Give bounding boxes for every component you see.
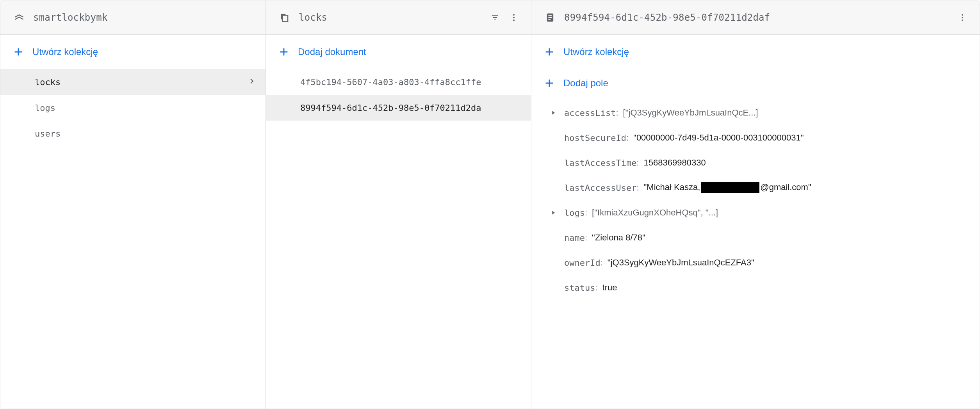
- svg-point-0: [513, 14, 515, 16]
- field-hostSecureId[interactable]: hostSecureId: "00000000-7d49-5d1a-0000-0…: [531, 125, 980, 150]
- more-menu-button[interactable]: [506, 10, 522, 25]
- documents-list: 4f5bc194-5607-4a03-a803-4ffa8cc1ffe 8994…: [266, 69, 531, 409]
- field-key: name: [564, 233, 585, 243]
- document-panel: 8994f594-6d1c-452b-98e5-0f70211d2daf Utw…: [531, 0, 980, 409]
- svg-point-1: [513, 17, 515, 18]
- redacted-block: [701, 182, 759, 193]
- add-field-button[interactable]: Dodaj pole: [531, 69, 980, 97]
- collection-item-locks[interactable]: locks: [0, 69, 265, 95]
- firestore-data-viewer: smartlockbymk Utwórz kolekcję locks logs…: [0, 0, 980, 409]
- home-icon: [13, 11, 25, 24]
- svg-point-9: [962, 20, 963, 21]
- expand-arrow-icon[interactable]: [549, 208, 558, 217]
- add-document-label: Dodaj dokument: [298, 46, 366, 57]
- field-status[interactable]: status: true: [531, 275, 980, 300]
- field-key: status: [564, 283, 595, 293]
- field-value: "jQ3SygKyWeeYbJmLsuaInQcEZFA3": [608, 258, 754, 268]
- expand-arrow-icon[interactable]: [549, 108, 558, 117]
- field-value-post: @gmail.com": [760, 182, 811, 192]
- more-menu-button[interactable]: [955, 10, 970, 25]
- filter-button[interactable]: [487, 10, 503, 25]
- field-key: lastAccessUser: [564, 183, 636, 193]
- fields-list: accessList: ["jQ3SygKyWeeYbJmLsuaInQcE..…: [531, 97, 980, 409]
- collection-item-users[interactable]: users: [0, 121, 265, 146]
- collections-panel: smartlockbymk Utwórz kolekcję locks logs…: [0, 0, 266, 409]
- field-lastAccessUser[interactable]: lastAccessUser: "Michał Kasza,@gmail.com…: [531, 175, 980, 200]
- svg-rect-5: [548, 17, 552, 18]
- documents-panel-header: locks: [266, 0, 531, 35]
- project-title: smartlockbymk: [33, 12, 256, 23]
- document-item[interactable]: 4f5bc194-5607-4a03-a803-4ffa8cc1ffe: [266, 69, 531, 95]
- field-value: ["jQ3SygKyWeeYbJmLsuaInQcE...]: [623, 108, 758, 118]
- collections-list: locks logs users: [0, 69, 265, 409]
- field-key: lastAccessTime: [564, 158, 636, 168]
- plus-icon: [278, 46, 289, 57]
- plus-icon: [544, 46, 555, 57]
- collection-name: locks: [35, 77, 61, 87]
- svg-point-8: [962, 17, 963, 18]
- document-icon: [544, 11, 556, 24]
- collection-name: users: [35, 129, 61, 139]
- create-collection-button[interactable]: Utwórz kolekcję: [0, 35, 265, 69]
- add-document-button[interactable]: Dodaj dokument: [266, 35, 531, 69]
- svg-point-2: [513, 20, 515, 21]
- collection-title: locks: [299, 12, 487, 23]
- field-value: "00000000-7d49-5d1a-0000-003100000031": [633, 133, 804, 143]
- document-title: 8994f594-6d1c-452b-98e5-0f70211d2daf: [564, 12, 955, 23]
- create-subcollection-button[interactable]: Utwórz kolekcję: [531, 35, 980, 69]
- field-logs[interactable]: logs: ["IkmiaXzuGugnXOheHQsq", "...]: [531, 200, 980, 225]
- field-accessList[interactable]: accessList: ["jQ3SygKyWeeYbJmLsuaInQcE..…: [531, 100, 980, 125]
- create-subcollection-label: Utwórz kolekcję: [563, 46, 629, 57]
- field-key: accessList: [564, 108, 616, 118]
- field-name[interactable]: name: "Zielona 8/78": [531, 225, 980, 250]
- field-key: logs: [564, 208, 585, 218]
- document-panel-header: 8994f594-6d1c-452b-98e5-0f70211d2daf: [531, 0, 980, 35]
- svg-rect-4: [548, 15, 552, 16]
- collection-item-logs[interactable]: logs: [0, 95, 265, 121]
- svg-point-7: [962, 14, 963, 16]
- documents-panel: locks Dodaj dokument: [266, 0, 531, 409]
- collection-name: logs: [35, 103, 55, 113]
- field-value: "Zielona 8/78": [592, 233, 645, 243]
- add-field-label: Dodaj pole: [563, 78, 608, 89]
- document-id: 4f5bc194-5607-4a03-a803-4ffa8cc1ffe: [300, 77, 481, 87]
- field-key: hostSecureId: [564, 133, 626, 143]
- collection-icon: [278, 11, 291, 24]
- create-collection-label: Utwórz kolekcję: [32, 46, 98, 57]
- field-value-pre: "Michał Kasza,: [644, 182, 700, 192]
- document-id: 8994f594-6d1c-452b-98e5-0f70211d2da: [300, 103, 481, 113]
- collections-panel-header: smartlockbymk: [0, 0, 265, 35]
- field-lastAccessTime[interactable]: lastAccessTime: 1568369980330: [531, 150, 980, 175]
- field-ownerId[interactable]: ownerId: "jQ3SygKyWeeYbJmLsuaInQcEZFA3": [531, 250, 980, 275]
- plus-icon: [544, 78, 555, 89]
- field-value: "Michał Kasza,@gmail.com": [644, 182, 811, 193]
- document-item[interactable]: 8994f594-6d1c-452b-98e5-0f70211d2da: [266, 95, 531, 121]
- field-value: ["IkmiaXzuGugnXOheHQsq", "...]: [592, 208, 718, 218]
- svg-rect-6: [548, 19, 551, 20]
- field-value: 1568369980330: [644, 158, 706, 168]
- chevron-right-icon: [248, 77, 256, 87]
- field-key: ownerId: [564, 258, 600, 268]
- plus-icon: [13, 46, 24, 57]
- field-value: true: [602, 283, 617, 293]
